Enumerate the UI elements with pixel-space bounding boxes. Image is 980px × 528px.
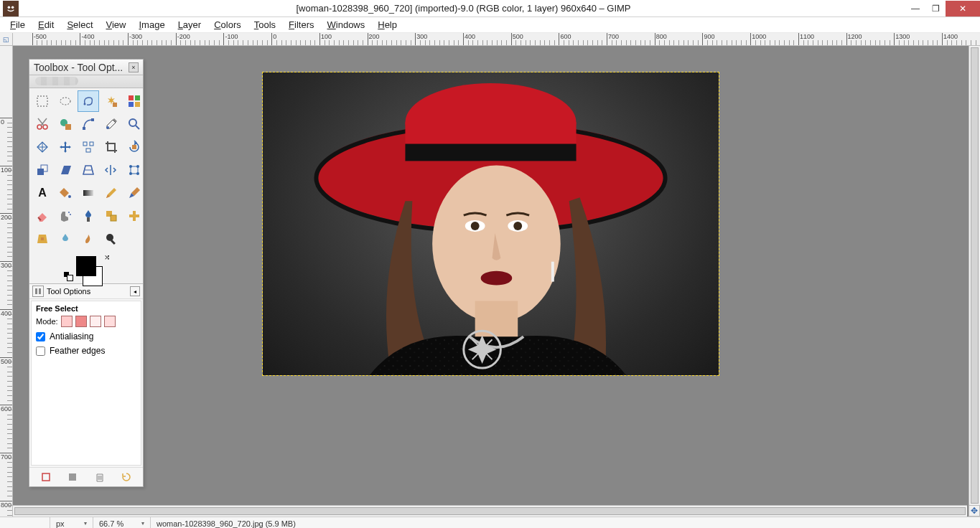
tool-align[interactable] [78, 136, 99, 158]
navigation-control[interactable]: ✥ [969, 505, 980, 517]
tool-smudge[interactable] [78, 228, 99, 250]
tool-options-menu-icon[interactable]: ◂ [130, 286, 140, 296]
toolbox-titlebar[interactable]: Toolbox - Tool Opt... × [29, 60, 143, 75]
antialiasing-label: Antialiasing [50, 331, 93, 341]
svg-rect-60 [69, 473, 76, 481]
tool-color-picker[interactable] [101, 113, 122, 135]
tool-pencil[interactable] [101, 182, 122, 204]
tool-heal[interactable] [123, 205, 145, 227]
tool-ellipse-select[interactable] [55, 90, 76, 112]
tool-blend[interactable] [78, 182, 99, 204]
menu-tools[interactable]: Tools [248, 18, 281, 32]
tool-measure[interactable] [32, 136, 53, 158]
tool-free-select[interactable] [78, 90, 99, 112]
svg-point-13 [481, 271, 513, 286]
tool-perspective-clone[interactable] [32, 228, 53, 250]
svg-rect-58 [39, 288, 41, 294]
ruler-horizontal[interactable]: -500-400-300-200-10001002003004005006007… [13, 33, 980, 46]
tool-perspective[interactable] [78, 159, 99, 181]
maximize-button[interactable]: ❐ [925, 1, 946, 16]
feather-option[interactable]: Feather edges [36, 346, 136, 356]
tool-ink[interactable] [78, 205, 99, 227]
tool-paths[interactable] [78, 113, 99, 135]
tool-flip[interactable] [101, 159, 122, 181]
tool-scale[interactable] [32, 159, 53, 181]
close-button[interactable]: ✕ [946, 1, 980, 16]
default-colors-icon[interactable] [64, 272, 71, 279]
tool-fuzzy-select[interactable] [101, 90, 122, 112]
menu-help[interactable]: Help [372, 18, 403, 32]
menu-colors[interactable]: Colors [208, 18, 247, 32]
zoom-selector[interactable]: 66.7 %▾ [93, 517, 151, 528]
tool-options-panel: Tool Options ◂ Free Select Mode: Antiali… [29, 283, 143, 486]
fg-color[interactable] [76, 256, 96, 276]
tool-cage[interactable] [123, 159, 145, 181]
menu-image[interactable]: Image [133, 18, 170, 32]
mode-replace[interactable] [61, 316, 73, 327]
svg-point-0 [8, 6, 11, 9]
antialiasing-checkbox[interactable] [36, 332, 45, 341]
svg-rect-22 [129, 95, 134, 100]
menu-view[interactable]: View [101, 18, 132, 32]
feather-label: Feather edges [50, 346, 105, 356]
tool-bucket-fill[interactable] [55, 182, 76, 204]
svg-rect-54 [41, 237, 44, 240]
svg-rect-25 [135, 102, 140, 107]
toolbox-panel: Toolbox - Tool Opt... × A ⤭ Tool Options… [29, 59, 144, 487]
menu-filters[interactable]: Filters [283, 18, 319, 32]
delete-preset-icon[interactable] [93, 471, 106, 484]
scrollbar-horizontal[interactable] [13, 505, 967, 517]
feather-checkbox[interactable] [36, 346, 45, 356]
svg-point-33 [129, 119, 136, 126]
svg-rect-46 [83, 190, 93, 196]
tool-foreground-select[interactable] [55, 113, 76, 135]
tool-zoom[interactable] [123, 113, 145, 135]
color-swatch[interactable]: ⤭ [29, 252, 143, 283]
tool-text[interactable]: A [32, 182, 53, 204]
menu-windows[interactable]: Windows [322, 18, 371, 32]
svg-point-1 [11, 6, 14, 9]
tool-grid: A [29, 88, 143, 252]
restore-preset-icon[interactable] [66, 471, 79, 484]
menu-file[interactable]: File [4, 18, 31, 32]
tool-rect-select[interactable] [32, 90, 53, 112]
tool-eraser[interactable] [32, 205, 53, 227]
ruler-origin[interactable]: ◱ [0, 33, 13, 46]
statusbar: px▾ 66.7 %▾ woman-1028398_960_720.jpg (5… [0, 517, 980, 528]
tool-crop[interactable] [101, 136, 122, 158]
tool-move[interactable] [55, 136, 76, 158]
canvas-area[interactable]: ✥ [13, 46, 980, 517]
antialiasing-option[interactable]: Antialiasing [36, 331, 136, 341]
tool-shear[interactable] [55, 159, 76, 181]
toolbox-title-label: Toolbox - Tool Opt... [34, 62, 129, 73]
tool-options-icon [32, 286, 44, 297]
mode-intersect[interactable] [104, 316, 116, 327]
titlebar: [woman-1028398_960_720] (imported)-9.0 (… [0, 0, 980, 17]
tool-airbrush[interactable] [55, 205, 76, 227]
tool-options-footer [29, 467, 143, 486]
menu-layer[interactable]: Layer [172, 18, 207, 32]
menu-select[interactable]: Select [61, 18, 98, 32]
menu-edit[interactable]: Edit [32, 18, 60, 32]
tool-blur[interactable] [55, 228, 76, 250]
svg-rect-53 [129, 214, 139, 217]
minimize-button[interactable]: — [905, 1, 925, 16]
save-preset-icon[interactable] [39, 471, 52, 484]
tool-by-color-select[interactable] [123, 90, 145, 112]
tool-dodge[interactable] [101, 228, 122, 250]
tool-rotate[interactable] [123, 136, 145, 158]
tool-clone[interactable] [101, 205, 122, 227]
unit-selector[interactable]: px▾ [50, 517, 93, 528]
canvas-image[interactable] [262, 72, 719, 376]
tool-paintbrush[interactable] [123, 182, 145, 204]
ruler-vertical[interactable]: 0100200300400500600700800900 [0, 46, 13, 517]
mode-add[interactable] [75, 316, 87, 327]
toolbox-close-icon[interactable]: × [129, 62, 139, 72]
reset-preset-icon[interactable] [120, 471, 133, 484]
scrollbar-vertical[interactable] [969, 46, 980, 505]
svg-rect-37 [132, 145, 136, 149]
swap-colors-icon[interactable]: ⤭ [104, 253, 110, 261]
mode-subtract[interactable] [90, 316, 101, 327]
tool-scissors[interactable] [32, 113, 53, 135]
pointer-coords [0, 517, 50, 528]
